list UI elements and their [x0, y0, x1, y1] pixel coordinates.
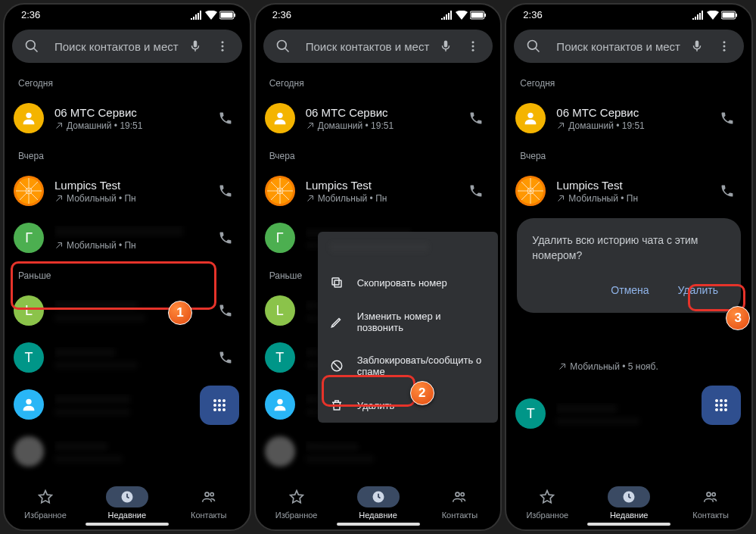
svg-point-59 — [715, 399, 718, 402]
context-copy[interactable]: Скопировать номер — [318, 265, 498, 300]
svg-rect-50 — [723, 12, 735, 17]
svg-point-30 — [277, 113, 282, 118]
call-button[interactable] — [712, 111, 742, 126]
avatar — [14, 436, 44, 467]
call-button[interactable] — [210, 350, 241, 365]
call-item-mts[interactable]: 06 МТС СервисДомашний • 19:51 — [256, 95, 501, 142]
search-icon — [18, 33, 45, 60]
mic-icon[interactable] — [182, 33, 209, 60]
svg-point-29 — [472, 49, 474, 52]
call-log[interactable]: Сегодня 06 МТС Сервис Домашний • 19:51 В… — [5, 69, 250, 481]
svg-point-28 — [472, 45, 474, 48]
nav-recent[interactable]: Недавние — [588, 481, 670, 525]
call-button[interactable] — [461, 183, 491, 198]
svg-point-5 — [221, 45, 223, 48]
search-bar[interactable]: Поиск контактов и мест — [514, 30, 744, 63]
avatar — [265, 436, 295, 467]
call-item-mts[interactable]: 06 МТС СервисДомашний • 19:51 — [506, 95, 751, 142]
more-icon[interactable] — [711, 33, 738, 60]
context-menu-header — [318, 232, 498, 265]
nav-contacts[interactable]: Контакты — [670, 481, 751, 525]
copy-icon — [330, 276, 344, 289]
svg-point-12 — [218, 399, 221, 402]
context-block[interactable]: Заблокировать/сообщить о спаме — [318, 344, 498, 388]
call-button[interactable] — [210, 111, 241, 126]
battery-icon — [219, 11, 236, 20]
call-button[interactable] — [210, 183, 241, 198]
svg-point-19 — [222, 408, 226, 411]
call-item-visible-below-dialog[interactable]: Мобильный • 5 нояб. — [506, 343, 751, 390]
signal-icon — [692, 11, 705, 20]
search-icon — [520, 33, 547, 60]
svg-rect-24 — [471, 12, 484, 17]
call-item-mts[interactable]: 06 МТС Сервис Домашний • 19:51 — [5, 95, 250, 142]
call-item-l[interactable]: L — [5, 287, 250, 334]
nav-recent[interactable]: Недавние — [338, 481, 419, 525]
call-item-lumpics[interactable]: Lumpics TestМобильный • Пн — [256, 167, 501, 214]
dialpad-fab[interactable] — [702, 386, 741, 425]
mic-icon[interactable] — [432, 33, 459, 60]
avatar — [265, 176, 295, 206]
nav-favorites[interactable]: Избранное — [5, 481, 86, 525]
context-delete[interactable]: Удалить — [318, 388, 498, 423]
context-edit[interactable]: Изменить номер и позвонить — [318, 300, 498, 344]
more-icon[interactable] — [459, 33, 487, 60]
avatar — [14, 176, 44, 206]
svg-point-52 — [528, 41, 537, 50]
search-placeholder: Поиск контактов и мест — [45, 40, 182, 53]
avatar — [515, 176, 546, 206]
call-item-highlighted[interactable]: Г Мобильный • Пн — [5, 214, 250, 261]
search-bar[interactable]: Поиск контактов и мест — [12, 30, 242, 63]
nav-favorites[interactable]: Избранное — [506, 481, 588, 525]
avatar: Г — [265, 223, 295, 253]
outgoing-icon — [54, 194, 64, 203]
svg-point-15 — [218, 404, 221, 407]
svg-point-27 — [472, 41, 474, 43]
wifi-icon — [707, 11, 719, 20]
call-item-t[interactable]: T — [5, 334, 250, 381]
call-button[interactable] — [712, 183, 742, 198]
dialpad-fab[interactable] — [200, 386, 239, 425]
svg-point-48 — [461, 493, 464, 496]
svg-point-61 — [724, 399, 727, 402]
trash-icon — [330, 398, 344, 412]
svg-point-17 — [213, 408, 216, 411]
svg-rect-2 — [234, 14, 235, 17]
call-item-lumpics[interactable]: Lumpics Test Мобильный • Пн — [5, 167, 250, 214]
search-placeholder: Поиск контактов и мест — [547, 40, 683, 53]
call-item-lumpics[interactable]: Lumpics TestМобильный • Пн — [506, 167, 751, 214]
svg-rect-51 — [736, 14, 737, 17]
call-item-last[interactable] — [5, 428, 250, 475]
status-time: 2:36 — [21, 9, 40, 20]
svg-point-13 — [222, 399, 226, 402]
section-earlier: Раньше — [5, 261, 250, 287]
mic-icon[interactable] — [683, 33, 711, 60]
nav-contacts[interactable]: Контакты — [418, 481, 500, 525]
call-button[interactable] — [210, 303, 241, 318]
block-icon — [330, 359, 344, 373]
svg-point-16 — [222, 404, 226, 407]
nav-recent[interactable]: Недавние — [86, 481, 168, 525]
avatar: T — [14, 342, 44, 373]
outgoing-icon — [54, 121, 64, 130]
dialog-cancel[interactable]: Отмена — [603, 279, 656, 301]
more-icon[interactable] — [209, 33, 236, 60]
battery-icon — [721, 11, 738, 20]
dialog-confirm[interactable]: Удалить — [670, 279, 726, 301]
gesture-bar — [86, 523, 169, 526]
nav-contacts[interactable]: Контакты — [168, 481, 250, 525]
svg-rect-43 — [334, 280, 341, 287]
contacts-icon — [201, 489, 217, 504]
call-button[interactable] — [461, 111, 491, 126]
avatar: T — [265, 342, 295, 373]
svg-point-66 — [720, 408, 723, 411]
svg-point-26 — [277, 41, 286, 50]
nav-favorites[interactable]: Избранное — [256, 481, 338, 525]
call-item-last[interactable] — [256, 428, 501, 475]
svg-point-7 — [26, 113, 31, 118]
call-button[interactable] — [210, 230, 241, 245]
search-bar[interactable]: Поиск контактов и мест — [263, 30, 493, 63]
status-icons — [191, 11, 236, 20]
gesture-bar — [337, 523, 420, 526]
svg-point-69 — [707, 492, 711, 496]
